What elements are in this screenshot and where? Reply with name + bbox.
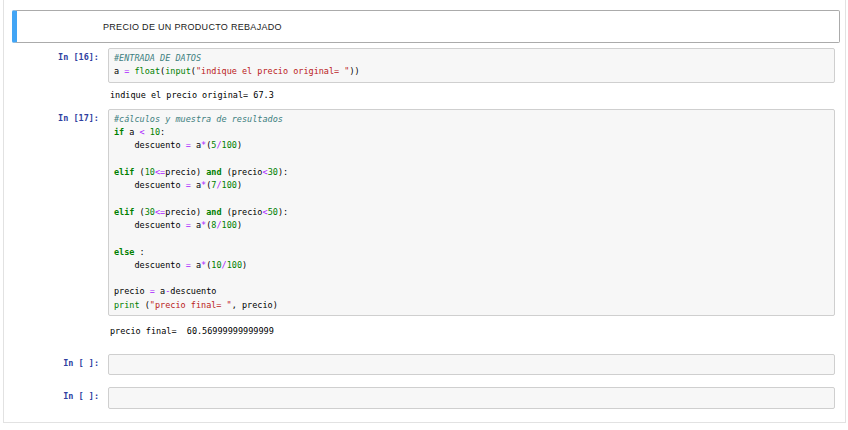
output-text-17: precio final= 60.56999999999999 <box>108 316 274 348</box>
code-editor-17[interactable]: #cálculos y muestra de resultadosif a < … <box>114 113 830 312</box>
code-line <box>114 358 830 371</box>
code-editor-16[interactable]: #ENTRADA DE DATOSa = float(input("indiqu… <box>114 52 830 79</box>
code-editor-empty-1[interactable] <box>114 358 830 371</box>
code-line: precio = a-descuento <box>114 285 830 298</box>
code-line: elif (10<=precio) and (precio<30): <box>114 166 830 179</box>
input-prompt-17: In [17]: <box>4 109 108 125</box>
code-line: a = float(input("indique el precio origi… <box>114 65 830 78</box>
code-line: descuento = a*(7/100) <box>114 179 830 192</box>
code-line: else : <box>114 246 830 259</box>
output-area-16: indique el precio original= 67.3 <box>4 83 845 109</box>
code-input-empty-2[interactable] <box>108 387 835 408</box>
output-prompt-16 <box>4 83 108 86</box>
code-line: descuento = a*(8/100) <box>114 219 830 232</box>
empty-code-cell-2: In [ ]: <box>4 387 845 408</box>
code-line: print ("precio final= ", precio) <box>114 299 830 312</box>
code-cell-17: In [17]: #cálculos y muestra de resultad… <box>4 109 845 316</box>
code-line: #ENTRADA DE DATOS <box>114 52 830 65</box>
input-prompt-empty-2: In [ ]: <box>4 387 108 403</box>
code-editor-empty-2[interactable] <box>114 391 830 404</box>
markdown-cell[interactable]: PRECIO DE UN PRODUCTO REBAJADO <box>4 10 845 43</box>
code-line: #cálculos y muestra de resultados <box>114 113 830 126</box>
code-input-16[interactable]: #ENTRADA DE DATOSa = float(input("indiqu… <box>108 48 835 83</box>
code-line <box>114 152 830 165</box>
output-prompt-17 <box>4 316 108 319</box>
code-line: descuento = a*(10/100) <box>114 259 830 272</box>
code-cell-16: In [16]: #ENTRADA DE DATOSa = float(inpu… <box>4 48 845 83</box>
output-text-16: indique el precio original= 67.3 <box>108 83 274 109</box>
code-line <box>114 232 830 245</box>
code-line <box>114 272 830 285</box>
code-input-17[interactable]: #cálculos y muestra de resultadosif a < … <box>108 109 835 316</box>
markdown-cell-title: PRECIO DE UN PRODUCTO REBAJADO <box>17 22 282 32</box>
input-prompt-empty-1: In [ ]: <box>4 354 108 370</box>
code-line <box>114 391 830 404</box>
code-input-empty-1[interactable] <box>108 354 835 375</box>
code-line <box>114 192 830 205</box>
notebook-container: PRECIO DE UN PRODUCTO REBAJADO In [16]: … <box>3 0 846 423</box>
code-line: elif (30<=precio) and (precio<50): <box>114 206 830 219</box>
output-area-17: precio final= 60.56999999999999 <box>4 316 845 348</box>
code-line: if a < 10: <box>114 126 830 139</box>
markdown-cell-box[interactable]: PRECIO DE UN PRODUCTO REBAJADO <box>12 10 840 43</box>
empty-code-cell-1: In [ ]: <box>4 354 845 375</box>
input-prompt-16: In [16]: <box>4 48 108 64</box>
code-line: descuento = a*(5/100) <box>114 139 830 152</box>
